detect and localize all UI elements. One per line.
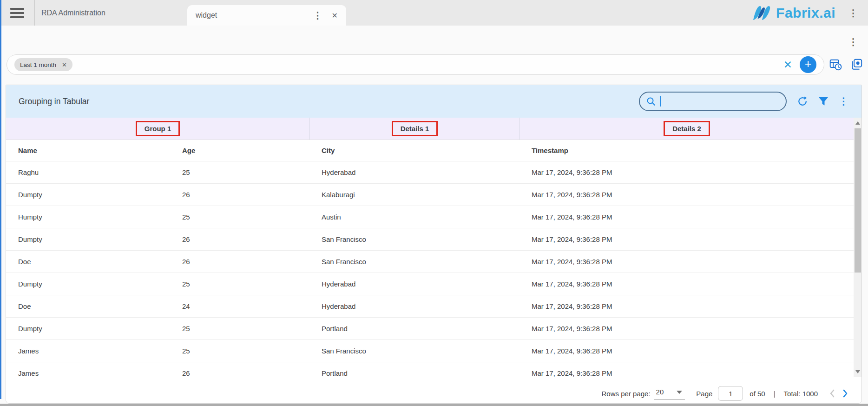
cell-name: Doe — [6, 258, 170, 266]
annotation-box: Details 2 — [664, 121, 710, 136]
table-row[interactable]: Humpty 25 Austin Mar 17, 2024, 9:36:28 P… — [6, 206, 854, 228]
column-header-city: City — [309, 146, 519, 154]
window-menu-icon[interactable]: ⋮ — [848, 8, 858, 18]
cell-age: 25 — [170, 213, 309, 221]
save-icon[interactable] — [850, 58, 863, 73]
cell-age: 26 — [170, 369, 309, 377]
page-of-label: of 50 — [750, 390, 765, 398]
cell-name: Doe — [6, 302, 170, 310]
page-input[interactable] — [718, 386, 743, 401]
cell-timestamp: Mar 17, 2024, 9:36:28 PM — [519, 168, 854, 176]
cell-city: Portland — [309, 369, 519, 377]
brand-name: Fabrix.ai — [776, 5, 835, 21]
pagination-separator: | — [774, 390, 776, 398]
tab-close-icon[interactable]: ✕ — [332, 11, 338, 20]
vertical-scrollbar[interactable] — [854, 118, 861, 377]
cell-city: Kalaburagi — [309, 191, 519, 199]
tab-label: widget — [196, 11, 313, 20]
text-cursor — [660, 96, 661, 106]
cell-timestamp: Mar 17, 2024, 9:36:28 PM — [519, 325, 854, 333]
cell-age: 26 — [170, 191, 309, 199]
cell-age: 25 — [170, 168, 309, 176]
cell-timestamp: Mar 17, 2024, 9:36:28 PM — [519, 302, 854, 310]
widget-title: Grouping in Tabular — [19, 97, 89, 106]
tab-menu-icon[interactable]: ⋮ — [313, 11, 322, 20]
cell-age: 25 — [170, 347, 309, 355]
filter-chip-label: Last 1 month — [20, 61, 56, 68]
cell-name: Dumpty — [6, 191, 170, 199]
group-header-row: Group 1 Details 1 Details 2 — [6, 118, 854, 140]
column-header-timestamp: Timestamp — [519, 146, 854, 154]
table-row[interactable]: Dumpty 25 Portland Mar 17, 2024, 9:36:28… — [6, 318, 854, 340]
cell-timestamp: Mar 17, 2024, 9:36:28 PM — [519, 369, 854, 377]
cell-timestamp: Mar 17, 2024, 9:36:28 PM — [519, 235, 854, 243]
table-row[interactable]: Dumpty 26 San Francisco Mar 17, 2024, 9:… — [6, 228, 854, 251]
tab-bar: RDA Administration widget ⋮ ✕ Fabrix.ai … — [0, 0, 868, 26]
cell-timestamp: Mar 17, 2024, 9:36:28 PM — [519, 191, 854, 199]
cell-city: Hyderabad — [309, 280, 519, 288]
cell-timestamp: Mar 17, 2024, 9:36:28 PM — [519, 347, 854, 355]
cell-age: 26 — [170, 258, 309, 266]
cell-city: Hyderabad — [309, 168, 519, 176]
cell-name: Dumpty — [6, 325, 170, 333]
schedule-icon[interactable] — [829, 58, 842, 73]
table-row[interactable]: Dumpty 26 Kalaburagi Mar 17, 2024, 9:36:… — [6, 184, 854, 206]
page-menu-icon[interactable]: ⋮ — [848, 36, 858, 47]
scroll-down-icon[interactable] — [855, 370, 860, 373]
table-row[interactable]: Dumpty 25 Hyderabad Mar 17, 2024, 9:36:2… — [6, 273, 854, 295]
cell-age: 26 — [170, 235, 309, 243]
table-row[interactable]: Raghu 25 Hyderabad Mar 17, 2024, 9:36:28… — [6, 161, 854, 184]
add-filter-button[interactable]: + — [800, 56, 816, 73]
brand-logo: Fabrix.ai — [751, 5, 835, 21]
search-input[interactable] — [666, 98, 786, 106]
rows-per-page-select[interactable]: 20 — [654, 388, 685, 399]
annotation-box: Group 1 — [136, 121, 180, 136]
chip-remove-icon[interactable]: ✕ — [62, 61, 67, 68]
tab-rda-administration[interactable]: RDA Administration — [34, 0, 187, 26]
column-header-name: Name — [6, 146, 170, 154]
filter-bar[interactable]: Last 1 month ✕ ✕ + — [7, 54, 824, 75]
scroll-up-icon[interactable] — [855, 121, 860, 125]
filter-chip[interactable]: Last 1 month ✕ — [14, 58, 72, 71]
cell-timestamp: Mar 17, 2024, 9:36:28 PM — [519, 280, 854, 288]
annotation-box: Details 1 — [392, 121, 438, 136]
cell-timestamp: Mar 17, 2024, 9:36:28 PM — [519, 213, 854, 221]
hamburger-menu-icon[interactable] — [0, 0, 34, 26]
cell-name: Dumpty — [6, 235, 170, 243]
cell-city: Hyderabad — [309, 302, 519, 310]
total-label: Total: 1000 — [784, 390, 818, 398]
page-label: Page — [696, 390, 712, 398]
cell-city: San Francisco — [309, 235, 519, 243]
column-header-row: Name Age City Timestamp — [6, 140, 854, 161]
widget-header: Grouping in Tabular — [6, 85, 861, 118]
tab-widget[interactable]: widget ⋮ ✕ — [187, 5, 346, 26]
search-icon — [646, 97, 656, 106]
fabrix-logo-icon — [751, 5, 772, 21]
pagination-bar: Rows per page: 20 Page of 50 | Total: 10… — [6, 384, 861, 403]
scrollbar-thumb[interactable] — [855, 128, 861, 273]
cell-city: San Francisco — [309, 347, 519, 355]
refresh-icon[interactable] — [797, 96, 808, 107]
dropdown-arrow-icon — [677, 391, 682, 394]
table-row[interactable]: Doe 24 Hyderabad Mar 17, 2024, 9:36:28 P… — [6, 295, 854, 318]
search-box[interactable] — [639, 92, 787, 111]
rows-per-page-label: Rows per page: — [602, 390, 651, 398]
table-row[interactable]: James 26 Portland Mar 17, 2024, 9:36:28 … — [6, 362, 854, 385]
table-body: Raghu 25 Hyderabad Mar 17, 2024, 9:36:28… — [6, 161, 854, 385]
cell-city: Portland — [309, 325, 519, 333]
rows-per-page-value: 20 — [656, 388, 664, 396]
prev-page-icon[interactable] — [829, 389, 835, 398]
cell-name: Dumpty — [6, 280, 170, 288]
clear-filters-icon[interactable]: ✕ — [783, 60, 792, 70]
cell-city: Austin — [309, 213, 519, 221]
cell-name: James — [6, 369, 170, 377]
group-header-details1: Details 1 — [309, 118, 519, 140]
table-row[interactable]: Doe 26 San Francisco Mar 17, 2024, 9:36:… — [6, 251, 854, 273]
cell-age: 24 — [170, 302, 309, 310]
cell-name: James — [6, 347, 170, 355]
group-header-group1: Group 1 — [6, 118, 309, 140]
filter-funnel-icon[interactable] — [818, 97, 829, 106]
next-page-icon[interactable] — [842, 389, 848, 398]
widget-menu-icon[interactable]: ⋮ — [839, 96, 848, 107]
table-row[interactable]: James 25 San Francisco Mar 17, 2024, 9:3… — [6, 340, 854, 362]
